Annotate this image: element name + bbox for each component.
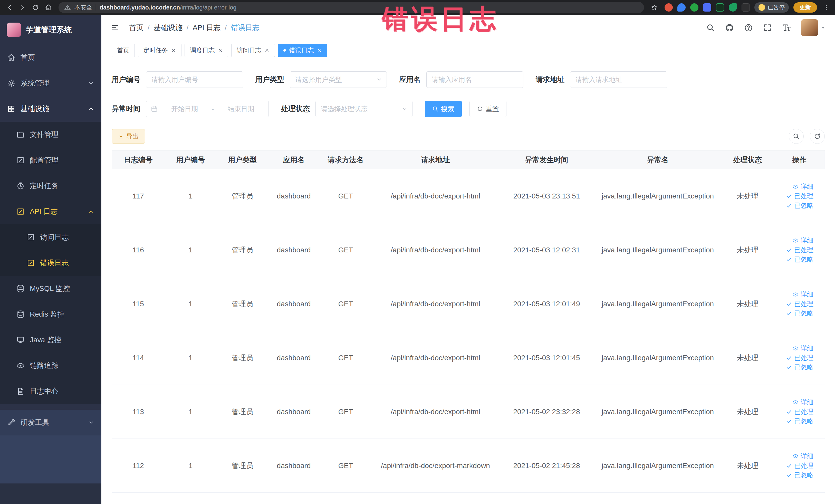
check-icon: [786, 472, 792, 478]
document-icon: [16, 387, 25, 396]
process-status-select[interactable]: [315, 101, 412, 117]
table-row: 1141管理员dashboardGET/api/infra/db-doc/exp…: [111, 331, 825, 385]
processed-link[interactable]: 已处理: [776, 301, 813, 307]
close-tab-icon[interactable]: [264, 48, 269, 53]
export-button[interactable]: 导出: [111, 129, 145, 143]
col-exception-time: 异常发生时间: [499, 151, 594, 169]
detail-link[interactable]: 详细: [776, 237, 813, 244]
database-icon: [16, 310, 25, 318]
user-id-input[interactable]: [146, 72, 243, 88]
refresh-table-button[interactable]: [810, 129, 825, 144]
search-icon[interactable]: [706, 23, 715, 32]
ignore-link[interactable]: 已忽略: [776, 256, 813, 263]
sidebar-item-config[interactable]: 配置管理: [0, 147, 101, 173]
home-button[interactable]: [43, 2, 54, 13]
extension-icon[interactable]: [703, 3, 711, 12]
tab-job-log[interactable]: 调度日志: [185, 44, 228, 57]
processed-link[interactable]: 已处理: [776, 193, 813, 199]
sidebar-item-error-log[interactable]: 错误日志: [0, 250, 101, 276]
help-icon[interactable]: [744, 23, 753, 32]
sidebar-item-log-center[interactable]: 日志中心: [0, 379, 101, 404]
sidebar-item-api-log[interactable]: API 日志: [0, 199, 101, 224]
extension-icon[interactable]: [729, 3, 737, 12]
close-tab-icon[interactable]: [317, 48, 322, 53]
chevron-down-icon: [88, 80, 94, 86]
process-status-label: 处理状态: [281, 104, 310, 114]
request-url-input[interactable]: [570, 72, 667, 88]
paused-label: 已暂停: [768, 4, 785, 11]
emoji-icon: [758, 4, 765, 11]
page-content: 用户编号 用户类型 应用名 请求地址: [101, 60, 835, 504]
extension-icon[interactable]: [690, 3, 698, 12]
extension-icon[interactable]: [665, 3, 673, 12]
gear-icon: [7, 79, 15, 87]
exception-time-label: 异常时间: [111, 104, 140, 114]
close-tab-icon[interactable]: [171, 48, 176, 53]
breadcrumb-item[interactable]: API 日志: [183, 23, 221, 33]
ignore-link[interactable]: 已忽略: [776, 202, 813, 209]
detail-link[interactable]: 详细: [776, 345, 813, 351]
font-size-icon[interactable]: [782, 23, 791, 32]
reset-button[interactable]: 重置: [469, 101, 506, 117]
processed-link[interactable]: 已处理: [776, 355, 813, 361]
reload-button[interactable]: [30, 2, 41, 13]
extension-icon[interactable]: [677, 3, 686, 12]
bookmark-star-icon[interactable]: [649, 2, 660, 13]
user-menu[interactable]: [801, 19, 826, 36]
sidebar-menu: 首页 系统管理 基础设施 文件管理 配置管理 定时任务 API 日志 访问日志 …: [0, 45, 101, 436]
extension-icon[interactable]: [741, 3, 750, 12]
sidebar-item-trace[interactable]: 链路追踪: [0, 353, 101, 379]
breadcrumb-item[interactable]: 首页: [129, 23, 143, 33]
user-type-select[interactable]: [290, 72, 387, 88]
sidebar-item-devtools[interactable]: 研发工具: [0, 410, 101, 436]
collapse-sidebar-icon[interactable]: [110, 22, 122, 33]
col-log-id: 日志编号: [111, 151, 165, 169]
tab-job[interactable]: 定时任务: [138, 44, 182, 57]
table-toolbar: 导出: [111, 129, 825, 144]
warning-icon: [64, 4, 71, 11]
detail-link[interactable]: 详细: [776, 183, 813, 190]
processed-link[interactable]: 已处理: [776, 247, 813, 253]
github-icon[interactable]: [725, 23, 734, 32]
ignore-link[interactable]: 已忽略: [776, 310, 813, 317]
fullscreen-icon[interactable]: [763, 23, 772, 32]
eye-icon: [792, 238, 798, 244]
paused-chip[interactable]: 已暂停: [754, 2, 789, 13]
detail-link[interactable]: 详细: [776, 291, 813, 298]
tab-error-log[interactable]: 错误日志: [278, 44, 327, 57]
sidebar-item-job[interactable]: 定时任务: [0, 173, 101, 199]
tab-access-log[interactable]: 访问日志: [231, 44, 275, 57]
sidebar-item-mysql[interactable]: MySQL 监控: [0, 276, 101, 301]
search-button[interactable]: 搜索: [425, 101, 462, 117]
table-row: 1171管理员dashboardGET/api/infra/db-doc/exp…: [111, 169, 825, 223]
table-row: 1161管理员dashboardGET/api/infra/db-doc/exp…: [111, 223, 825, 277]
ignore-link[interactable]: 已忽略: [776, 418, 813, 424]
close-tab-icon[interactable]: [218, 48, 223, 53]
browser-menu-icon[interactable]: [822, 2, 831, 13]
tab-home[interactable]: 首页: [111, 44, 135, 57]
address-bar[interactable]: 不安全 dashboard.yudao.iocoder.cn/infra/log…: [59, 2, 644, 13]
toggle-search-button[interactable]: [789, 129, 804, 144]
sidebar-item-java[interactable]: Java 监控: [0, 327, 101, 353]
log-icon: [16, 207, 25, 216]
forward-button[interactable]: [17, 2, 28, 13]
processed-link[interactable]: 已处理: [776, 462, 813, 469]
extension-icon[interactable]: [716, 3, 724, 12]
update-button[interactable]: 更新: [793, 2, 817, 13]
app-name-input[interactable]: [426, 72, 523, 88]
sidebar-item-redis[interactable]: Redis 监控: [0, 301, 101, 327]
sidebar-item-access-log[interactable]: 访问日志: [0, 224, 101, 250]
sidebar-item-file[interactable]: 文件管理: [0, 122, 101, 147]
sidebar: 芋道管理系统 首页 系统管理 基础设施 文件管理 配置管理 定时任务 API 日…: [0, 15, 101, 504]
detail-link[interactable]: 详细: [776, 399, 813, 405]
ignore-link[interactable]: 已忽略: [776, 472, 813, 478]
sidebar-item-home[interactable]: 首页: [0, 45, 101, 70]
detail-link[interactable]: 详细: [776, 453, 813, 459]
sidebar-item-infra[interactable]: 基础设施: [0, 96, 101, 122]
date-range-picker[interactable]: 开始日期 - 结束日期: [146, 101, 269, 117]
ignore-link[interactable]: 已忽略: [776, 364, 813, 370]
back-button[interactable]: [4, 2, 15, 13]
processed-link[interactable]: 已处理: [776, 408, 813, 415]
sidebar-item-system[interactable]: 系统管理: [0, 70, 101, 96]
breadcrumb-item[interactable]: 基础设施: [143, 23, 183, 33]
